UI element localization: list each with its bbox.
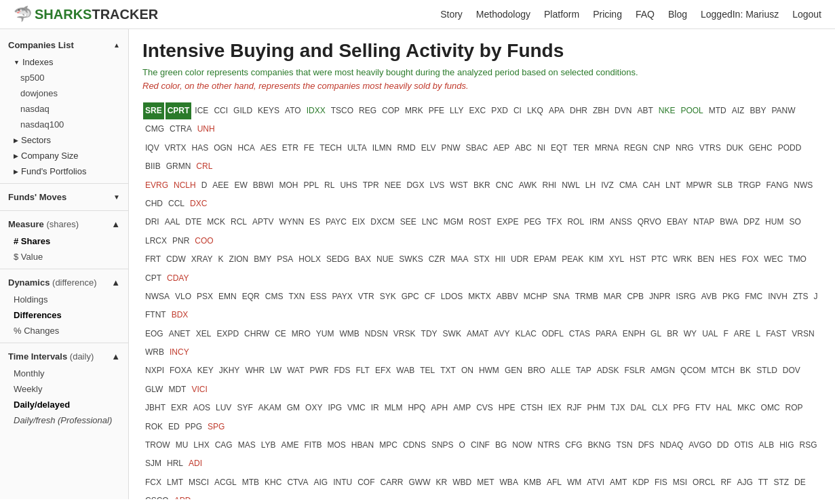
ticker-CTRA[interactable]: CTRA xyxy=(168,121,194,138)
ticker-SYF[interactable]: SYF xyxy=(235,400,254,416)
ticker-HCA[interactable]: HCA xyxy=(236,140,257,157)
ticker-FITB[interactable]: FITB xyxy=(303,437,324,454)
ticker-MOH[interactable]: MOH xyxy=(277,177,300,194)
ticker-EPAM[interactable]: EPAM xyxy=(532,251,558,268)
ticker-SNA[interactable]: SNA xyxy=(551,288,572,305)
ticker-PSX[interactable]: PSX xyxy=(195,288,215,305)
ticker-J[interactable]: J xyxy=(812,288,820,305)
nav-faq[interactable]: FAQ xyxy=(636,9,655,20)
ticker-EVRG[interactable]: EVRG xyxy=(143,177,170,194)
ticker-GILD[interactable]: GILD xyxy=(231,102,254,119)
ticker-REG[interactable]: REG xyxy=(357,102,378,119)
ticker-CNC[interactable]: CNC xyxy=(494,177,516,194)
ticker-EQR[interactable]: EQR xyxy=(240,288,262,305)
ticker-FANG[interactable]: FANG xyxy=(764,177,791,194)
companies-list-header[interactable]: Companies List ▲ xyxy=(0,36,128,54)
ticker-KMB[interactable]: KMB xyxy=(522,474,543,491)
ticker-APTV[interactable]: APTV xyxy=(250,214,275,231)
ticker-PFG[interactable]: PFG xyxy=(671,400,692,416)
ticker-MDT[interactable]: MDT xyxy=(166,381,188,398)
ticker-CCL[interactable]: CCL xyxy=(166,195,187,212)
funds-moves-header[interactable]: Funds' Moves ▼ xyxy=(0,188,128,206)
ticker-YUM[interactable]: YUM xyxy=(314,326,336,343)
nav-logout[interactable]: Logout xyxy=(792,9,821,20)
ticker-GWW[interactable]: GWW xyxy=(407,474,433,491)
holdings-item[interactable]: Holdings xyxy=(0,292,128,307)
ticker-LVS[interactable]: LVS xyxy=(427,177,446,194)
ticker-CPRT[interactable]: CPRT xyxy=(166,102,192,119)
ticker-MAA[interactable]: MAA xyxy=(448,251,470,268)
ticker-ZION[interactable]: ZION xyxy=(227,251,251,268)
ticker-WBA[interactable]: WBA xyxy=(498,474,520,491)
ticker-FSLR[interactable]: FSLR xyxy=(622,362,647,379)
ticker-LMT[interactable]: LMT xyxy=(165,474,185,491)
ticker-SEDG[interactable]: SEDG xyxy=(324,251,351,268)
ticker-K[interactable]: K xyxy=(216,251,226,268)
ticker-ATVI[interactable]: ATVI xyxy=(585,474,606,491)
ticker-ADSK[interactable]: ADSK xyxy=(595,362,621,379)
ticker-SWKS[interactable]: SWKS xyxy=(397,251,425,268)
ticker-FOXA[interactable]: FOXA xyxy=(168,362,194,379)
ticker-XEL[interactable]: XEL xyxy=(194,326,214,343)
ticker-KDP[interactable]: KDP xyxy=(630,474,651,491)
nav-blog[interactable]: Blog xyxy=(668,9,687,20)
ticker-BKNG[interactable]: BKNG xyxy=(586,437,613,454)
ticker-AAL[interactable]: AAL xyxy=(163,214,182,231)
ticker-MSI[interactable]: MSI xyxy=(671,474,689,491)
ticker-CMA[interactable]: CMA xyxy=(617,177,640,194)
ticker-NCLH[interactable]: NCLH xyxy=(172,177,198,194)
ticker-POOL[interactable]: POOL xyxy=(678,102,705,119)
ticker-TPR[interactable]: TPR xyxy=(361,177,381,194)
ticker-CLX[interactable]: CLX xyxy=(650,400,669,416)
ticker-PNW[interactable]: PNW xyxy=(440,140,463,157)
ticker-TRGP[interactable]: TRGP xyxy=(736,177,762,194)
ticker-PANW[interactable]: PANW xyxy=(769,102,797,119)
ticker-HAL[interactable]: HAL xyxy=(714,400,734,416)
nav-methodology[interactable]: Methodology xyxy=(476,9,530,20)
ticker-TT[interactable]: TT xyxy=(756,474,771,491)
ticker-MRNA[interactable]: MRNA xyxy=(593,140,621,157)
ticker-STLD[interactable]: STLD xyxy=(754,362,779,379)
ticker-PSA[interactable]: PSA xyxy=(275,251,295,268)
ticker-GRMN[interactable]: GRMN xyxy=(164,158,193,175)
ticker-KEYS[interactable]: KEYS xyxy=(256,102,281,119)
ticker-IQV[interactable]: IQV xyxy=(143,140,161,157)
ticker-HPE[interactable]: HPE xyxy=(497,400,518,416)
indexes-label[interactable]: ▼ Indexes xyxy=(7,54,128,70)
ticker-MRO[interactable]: MRO xyxy=(290,326,313,343)
ticker-NTRS[interactable]: NTRS xyxy=(536,437,562,454)
ticker-INTU[interactable]: INTU xyxy=(331,474,354,491)
ticker-WBD[interactable]: WBD xyxy=(450,474,473,491)
ticker-ATO[interactable]: ATO xyxy=(283,102,303,119)
ticker-DVN[interactable]: DVN xyxy=(613,102,634,119)
ticker-TXN[interactable]: TXN xyxy=(286,288,307,305)
ticker-QRVO[interactable]: QRVO xyxy=(636,214,663,231)
ticker-EW[interactable]: EW xyxy=(232,177,249,194)
ticker-WY[interactable]: WY xyxy=(682,326,699,343)
ticker-CSCO[interactable]: CSCO xyxy=(143,492,171,499)
ticker-NUE[interactable]: NUE xyxy=(374,251,395,268)
ticker-BRO[interactable]: BRO xyxy=(526,362,547,379)
ticker-AMGN[interactable]: AMGN xyxy=(648,362,677,379)
company-size-label[interactable]: ▶ Company Size xyxy=(7,148,128,163)
ticker-DGX[interactable]: DGX xyxy=(404,177,426,194)
ticker-PEG[interactable]: PEG xyxy=(522,214,543,231)
ticker-DPZ[interactable]: DPZ xyxy=(741,214,762,231)
ticker-COO[interactable]: COO xyxy=(193,233,215,250)
ticker-IR[interactable]: IR xyxy=(369,400,381,416)
ticker-BIIB[interactable]: BIIB xyxy=(143,158,163,175)
ticker-WRB[interactable]: WRB xyxy=(143,344,166,361)
ticker-GPC[interactable]: GPC xyxy=(400,288,421,305)
ticker-SRE[interactable]: SRE xyxy=(143,102,164,119)
ticker-CPT[interactable]: CPT xyxy=(143,270,163,287)
ticker-RHI[interactable]: RHI xyxy=(541,177,559,194)
ticker-NXPI[interactable]: NXPI xyxy=(143,362,166,379)
ticker-NKE[interactable]: NKE xyxy=(657,102,678,119)
ticker-BK[interactable]: BK xyxy=(738,362,753,379)
ticker-BR[interactable]: BR xyxy=(665,326,680,343)
ticker-TECH[interactable]: TECH xyxy=(317,140,344,157)
ticker-ORCL[interactable]: ORCL xyxy=(691,474,717,491)
ticker-EOG[interactable]: EOG xyxy=(143,326,166,343)
ticker-ES[interactable]: ES xyxy=(307,214,322,231)
ticker-AES[interactable]: AES xyxy=(258,140,279,157)
